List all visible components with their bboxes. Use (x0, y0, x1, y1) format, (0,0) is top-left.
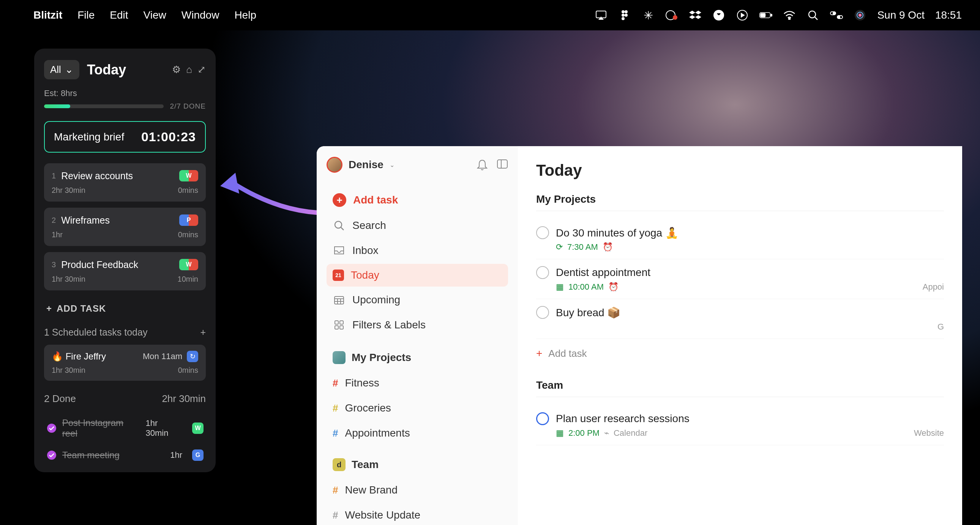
team-item-new-brand[interactable]: # New Brand (326, 479, 508, 501)
plus-icon: + (536, 347, 542, 360)
task-item[interactable]: Plan user research sessions ▦ 2:00 PM ⌁ … (536, 406, 944, 445)
figma-icon[interactable] (618, 9, 631, 22)
add-task-inline[interactable]: + Add task (536, 339, 944, 368)
hash-icon: # (332, 377, 338, 389)
search-icon[interactable] (807, 9, 819, 22)
menu-help[interactable]: Help (234, 9, 256, 21)
project-item-fitness[interactable]: # Fitness (326, 372, 508, 394)
menu-window[interactable]: Window (181, 9, 220, 21)
user-menu[interactable]: Denise ⌄ (326, 157, 508, 173)
done-duration: 2hr 30min (162, 393, 206, 405)
task-spent: 0mins (178, 231, 198, 239)
active-timer-card[interactable]: Marketing brief 01:00:23 (44, 121, 206, 153)
task-checkbox[interactable] (536, 306, 549, 319)
timer-time: 01:00:23 (141, 129, 196, 144)
done-title: 2 Done (44, 393, 76, 405)
section-my-projects: My Projects (536, 193, 944, 211)
team-item-website-update[interactable]: # Website Update (326, 504, 508, 525)
add-scheduled-icon[interactable]: + (200, 327, 206, 338)
task-number: 3 (52, 261, 56, 269)
menu-file[interactable]: File (78, 9, 95, 21)
play-icon[interactable] (736, 9, 749, 22)
task-card[interactable]: 3 Product Feedback W 1hr 30min 10min (44, 252, 206, 290)
done-name: Post Instagram reel (62, 418, 140, 439)
scheduled-card[interactable]: 🔥 Fire Jeffry Mon 11am ↻ 1hr 30min 0mins (44, 345, 206, 381)
menubar-time[interactable]: 18:51 (935, 9, 962, 21)
todoist-sidebar: Denise ⌄ + Add task Search Inbox 21 (317, 146, 518, 525)
menu-edit[interactable]: Edit (110, 9, 128, 21)
done-item[interactable]: Team meeting 1hr G (44, 444, 206, 466)
bell-icon[interactable] (477, 159, 488, 170)
svg-rect-34 (335, 326, 338, 329)
svg-rect-12 (760, 13, 765, 17)
projects-header[interactable]: My Projects (326, 340, 508, 369)
project-item-groceries[interactable]: # Groceries (326, 398, 508, 419)
team-header[interactable]: d Team (326, 447, 508, 476)
task-spent: 0mins (178, 186, 198, 195)
add-task-label: Add task (353, 194, 398, 206)
collapse-icon[interactable]: ⤢ (197, 64, 206, 76)
alarm-icon: ⏰ (608, 282, 619, 292)
check-icon (46, 423, 57, 434)
task-card[interactable]: 1 Review accounts W 2hr 30min 0mins (44, 163, 206, 202)
task-time: 2:00 PM (568, 428, 600, 438)
task-title: Buy bread 📦 (556, 306, 620, 319)
dropbox-icon[interactable] (689, 9, 702, 22)
nav-upcoming[interactable]: Upcoming (326, 288, 508, 312)
chevron-down-icon: ⌄ (65, 64, 73, 76)
nav-filters[interactable]: Filters & Labels (326, 313, 508, 337)
svg-point-16 (833, 12, 835, 14)
projects-avatar-icon (332, 351, 345, 364)
task-item[interactable]: Do 30 minutes of yoga 🧘 ⟳ 7:30 AM ⏰ (536, 220, 944, 259)
task-checkbox[interactable] (536, 226, 549, 239)
record-icon[interactable] (665, 9, 678, 22)
gear-icon[interactable]: ⚙ (172, 64, 181, 76)
task-estimate: 1hr (52, 231, 63, 239)
airplay-icon[interactable] (595, 9, 608, 22)
scheduled-time: Mon 11am (143, 352, 182, 361)
nav-today[interactable]: 21 Today (326, 264, 508, 286)
refresh-icon: ↻ (187, 351, 198, 362)
task-item[interactable]: Buy bread 📦 G (536, 299, 944, 339)
username: Denise (348, 159, 383, 171)
task-title: Dentist appointment (556, 266, 651, 278)
menu-view[interactable]: View (143, 9, 166, 21)
asterisk-icon[interactable]: ✳ (642, 9, 655, 22)
task-checkbox[interactable] (536, 266, 549, 279)
task-card[interactable]: 2 Wireframes P 1hr 0mins (44, 208, 206, 246)
battery-icon[interactable] (759, 9, 772, 22)
done-duration: 1hr 30min (146, 418, 183, 438)
alarm-icon: ⏰ (603, 242, 613, 252)
scheduled-spent: 0mins (178, 366, 198, 375)
timer-task-name: Marketing brief (54, 131, 124, 143)
task-item[interactable]: Dentist appointment ▦ 10:00 AM ⏰ Appoi (536, 259, 944, 299)
repeat-icon: ⟳ (556, 242, 563, 252)
nav-search[interactable]: Search (326, 214, 508, 237)
blitzit-title: Today (87, 62, 126, 78)
menubar-date[interactable]: Sun 9 Oct (877, 9, 924, 21)
sidebar-toggle-icon[interactable] (496, 159, 508, 170)
task-time: 10:00 AM (568, 282, 604, 292)
circle-icon[interactable] (712, 9, 725, 22)
task-project: G (937, 322, 944, 332)
task-checkbox[interactable] (536, 412, 549, 425)
estimate-label: Est: 8hrs (44, 88, 206, 98)
task-number: 1 (52, 172, 56, 180)
project-item-appointments[interactable]: # Appointments (326, 423, 508, 444)
svg-point-4 (625, 14, 628, 17)
control-center-icon[interactable] (830, 9, 843, 22)
wifi-icon[interactable] (783, 9, 796, 22)
app-name[interactable]: Blitzit (33, 9, 62, 21)
svg-rect-27 (334, 296, 344, 304)
filter-label: All (50, 64, 61, 76)
nav-inbox[interactable]: Inbox (326, 239, 508, 262)
progress-label: 2/7 DONE (170, 102, 206, 110)
add-task-button[interactable]: + ADD TASK (44, 296, 206, 325)
blitzit-panel: All ⌄ Today ⚙ ⌂ ⤢ Est: 8hrs 2/7 DONE Mar… (34, 49, 216, 472)
task-calendar-label: Calendar (614, 428, 648, 438)
siri-icon[interactable] (854, 9, 867, 22)
done-item[interactable]: Post Instagram reel 1hr 30min W (44, 412, 206, 444)
home-icon[interactable]: ⌂ (186, 64, 192, 76)
filter-dropdown[interactable]: All ⌄ (44, 60, 80, 80)
add-task-button[interactable]: + Add task (326, 188, 508, 212)
